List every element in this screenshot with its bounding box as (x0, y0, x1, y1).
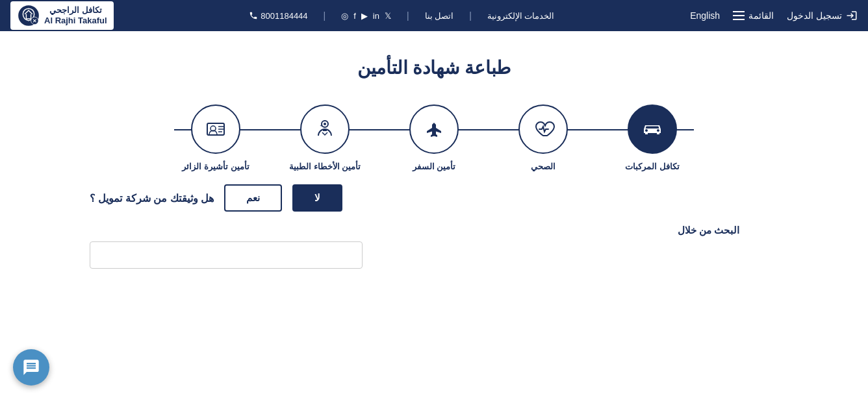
navbar: تسجيل الدخول القائمة English الخدمات الإ… (0, 0, 868, 31)
svg-text:+: + (320, 123, 322, 127)
twitter-icon[interactable]: 𝕏 (385, 11, 391, 21)
phone-icon (249, 11, 258, 20)
finance-question-row: لا نعم هل وثيقتك من شركة تمويل ؟ (90, 184, 778, 212)
step-vehicles[interactable]: تكافل المركبات (598, 104, 707, 171)
step-visitor[interactable]: تأمين تأشيرة الزائر (161, 104, 270, 171)
id-card-icon (204, 117, 227, 141)
contact-link[interactable]: اتصل بنا (425, 11, 454, 21)
menu-label: القائمة (748, 10, 774, 21)
nav-left-section: تسجيل الدخول القائمة English (690, 10, 858, 21)
instagram-icon[interactable]: ◎ (341, 11, 348, 21)
step-circle-vehicles[interactable] (628, 104, 677, 154)
login-icon (846, 10, 858, 21)
search-input[interactable] (90, 241, 363, 269)
services-link[interactable]: الخدمات الإلكترونية (487, 11, 555, 21)
phone-text: 8001184444 (261, 11, 307, 21)
step-label-travel: تأمين السفر (413, 162, 456, 171)
youtube-icon[interactable]: ▶ (361, 11, 368, 21)
form-section: لا نعم هل وثيقتك من شركة تمويل ؟ البحث م… (77, 184, 791, 269)
menu-button[interactable]: القائمة (733, 10, 774, 21)
plane-icon (422, 117, 446, 141)
logo[interactable]: تكافل الراجحي Al Rajhi Takaful (10, 1, 114, 30)
step-label-medical-errors: تأمين الأخطاء الطبية (289, 162, 361, 171)
search-label: البحث من خلال (90, 225, 778, 236)
page-title: طباعة شهادة التأمين (13, 57, 855, 79)
logo-text: تكافل الراجحي Al Rajhi Takaful (44, 5, 107, 25)
step-circle-medical-errors[interactable]: + (300, 104, 350, 154)
login-button[interactable]: تسجيل الدخول (787, 10, 858, 21)
doctor-icon: + (313, 117, 337, 141)
logo-icon (17, 4, 40, 27)
heart-icon (531, 117, 555, 141)
phone-number: 8001184444 (249, 11, 307, 21)
login-label: تسجيل الدخول (787, 10, 842, 21)
social-icons: 𝕏 in ▶ f ◎ (341, 11, 391, 21)
linkedin-icon[interactable]: in (373, 11, 379, 21)
question-label: هل وثيقتك من شركة تمويل ؟ (90, 192, 214, 204)
language-switch[interactable]: English (690, 10, 720, 21)
step-circle-visitor[interactable] (191, 104, 240, 154)
facebook-icon[interactable]: f (353, 11, 356, 21)
step-label-health: الصحي (531, 162, 555, 171)
steps-section: تكافل المركبات الصحي (109, 104, 759, 171)
step-circle-health[interactable] (518, 104, 568, 154)
svg-point-3 (324, 123, 326, 125)
step-medical-errors[interactable]: + تأمين الأخطاء الطبية (270, 104, 379, 171)
search-input-row (90, 241, 778, 269)
steps-container: تكافل المركبات الصحي (109, 104, 759, 171)
btn-yes[interactable]: نعم (224, 184, 282, 212)
nav-center-section: الخدمات الإلكترونية | اتصل بنا | 𝕏 in ▶ … (249, 10, 554, 21)
step-circle-travel[interactable] (409, 104, 459, 154)
step-label-vehicles: تكافل المركبات (625, 162, 680, 171)
step-health[interactable]: الصحي (489, 104, 598, 171)
step-label-visitor: تأمين تأشيرة الزائر (182, 162, 249, 171)
btn-no[interactable]: لا (292, 184, 342, 212)
main-content: طباعة شهادة التأمين تكافل المركبات (0, 31, 868, 295)
car-icon (641, 117, 664, 141)
step-travel[interactable]: تأمين السفر (379, 104, 489, 171)
hamburger-icon (733, 11, 745, 20)
